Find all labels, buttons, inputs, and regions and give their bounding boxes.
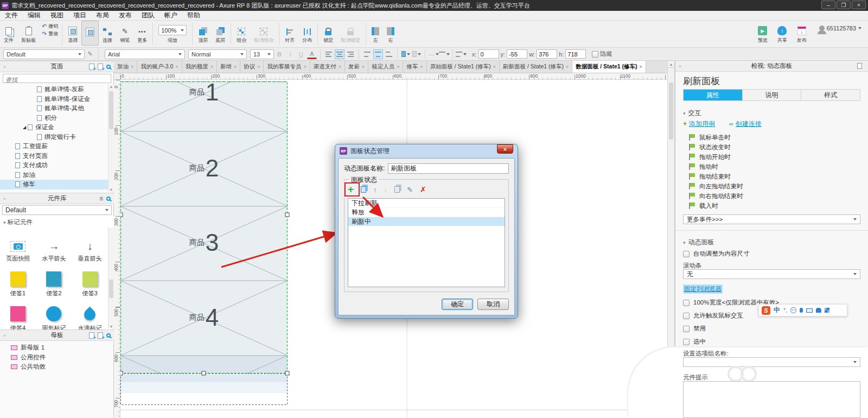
undo-button[interactable]: ↶撤销 <box>42 23 58 30</box>
close-icon[interactable]: × <box>257 64 260 69</box>
ime-punct[interactable]: °, <box>783 307 787 313</box>
lock-button[interactable]: 锁定 <box>320 21 337 46</box>
menu-account[interactable]: 帐户 <box>159 11 182 20</box>
close-icon[interactable]: × <box>131 64 133 69</box>
canvas-tab-active[interactable]: 数据面板 / State1 (修车)× <box>572 61 646 73</box>
widget-note4[interactable]: 便签4 <box>0 299 36 330</box>
font-size-select[interactable]: 13 <box>250 49 274 59</box>
select-mode-button[interactable]: 选择 <box>64 21 81 46</box>
bring-to-front-button[interactable]: 顶层 <box>194 21 212 46</box>
close-icon[interactable]: × <box>303 64 306 69</box>
account-menu[interactable]: 651125783 <box>819 25 861 31</box>
close-icon[interactable]: × <box>339 64 341 69</box>
collapse-icon[interactable]: « <box>3 64 6 69</box>
event-item[interactable]: 向右拖动结束时 <box>688 191 860 201</box>
share-button[interactable]: ↑共享 <box>774 21 791 46</box>
canvas-tab[interactable]: 我的额度× <box>182 61 217 73</box>
valign-middle-button[interactable] <box>373 49 383 59</box>
microphone-icon[interactable] <box>800 308 803 313</box>
master-item[interactable]: 新母版 1 <box>0 343 114 353</box>
canvas-tab[interactable]: 我的账户-3.0× <box>137 61 182 73</box>
disabled-row[interactable]: 禁用 <box>683 325 706 333</box>
preview-button[interactable]: ▶预览 <box>754 21 771 46</box>
fit-to-content-row[interactable]: 自动调整为内容尺寸 <box>683 250 750 258</box>
edit-style-button[interactable]: ✎ <box>85 49 95 59</box>
italic-button[interactable]: I <box>285 49 295 59</box>
page-tree-item[interactable]: 账单详情-发薪 <box>0 85 108 94</box>
hide-checkbox[interactable] <box>592 51 598 58</box>
skin-icon[interactable] <box>816 308 821 313</box>
more-events-dropdown[interactable]: 更多事件>>> <box>683 214 860 224</box>
expand-triangle-icon[interactable]: ◢ <box>23 125 26 130</box>
file-button[interactable]: 文件 <box>0 21 17 46</box>
y-input[interactable] <box>507 49 527 59</box>
tab-style[interactable]: 样式 <box>801 90 860 100</box>
pages-search-input[interactable] <box>3 76 111 84</box>
search-icon[interactable] <box>106 333 111 338</box>
collapse-icon[interactable]: « <box>3 196 6 201</box>
event-item[interactable]: 状态改变时 <box>688 142 860 152</box>
font-color-button[interactable]: A <box>307 49 317 59</box>
event-item[interactable]: 鼠标单击时 <box>688 132 860 142</box>
connect-button[interactable]: 连接 <box>99 21 116 46</box>
add-folder-icon[interactable] <box>98 332 103 339</box>
page-tree-item[interactable]: 支付页面 <box>0 151 108 161</box>
more-tools-button[interactable]: •••更多 <box>133 21 151 46</box>
arrow-style-button[interactable] <box>456 49 466 59</box>
event-item[interactable]: 拖动结束时 <box>688 172 860 181</box>
align-button[interactable]: 对齐 <box>281 21 298 46</box>
widget-note3[interactable]: 便签3 <box>72 264 108 299</box>
scroll-up-icon[interactable]: ▲ <box>668 61 674 68</box>
valign-top-button[interactable] <box>362 49 372 59</box>
allow-mouse-row[interactable]: 允许触发鼠标交互 <box>683 312 743 320</box>
canvas-tab[interactable]: 原始面板 / State1 (修车)× <box>427 61 500 73</box>
ime-mode[interactable]: 中 <box>774 306 780 315</box>
canvas-tab[interactable]: 新增× <box>217 61 240 73</box>
canvas-tab[interactable]: 发薪× <box>345 61 368 73</box>
keyboard-icon[interactable] <box>806 308 813 313</box>
menu-help[interactable]: 帮助 <box>182 11 205 20</box>
widget-page-snapshot[interactable]: 页面快照 <box>0 230 36 264</box>
pin-to-browser-link[interactable]: 固定到浏览器 <box>683 284 723 294</box>
distribute-button[interactable]: 分布 <box>298 21 316 46</box>
canvas-tab[interactable]: 核定人员× <box>368 61 403 73</box>
selected-checkbox[interactable] <box>683 339 690 345</box>
notes-page-icon[interactable] <box>857 63 862 69</box>
fill-color-button[interactable] <box>401 49 411 59</box>
page-tree-item[interactable]: 积分 <box>0 113 108 123</box>
master-item[interactable]: 公共动效 <box>0 362 114 372</box>
align-left-text-button[interactable] <box>324 49 334 59</box>
font-family-select[interactable]: Arial <box>105 49 185 59</box>
redo-button[interactable]: ↷重做 <box>42 30 58 37</box>
cancel-button[interactable]: 取消 <box>477 299 509 310</box>
tooltip-textarea[interactable] <box>683 381 860 418</box>
widget-drop-marker[interactable]: 水滴标记 <box>72 299 108 330</box>
canvas-tab[interactable]: 修车× <box>403 61 426 73</box>
menu-layout[interactable]: 布局 <box>91 11 114 20</box>
event-item[interactable]: 向左拖动结束时 <box>688 181 860 191</box>
style-preset-select[interactable]: Default <box>3 49 85 59</box>
widget-note1[interactable]: 便签1 <box>0 264 36 299</box>
dialog-close-button[interactable]: × <box>497 144 513 154</box>
master-item[interactable]: 公用控件 <box>0 353 114 363</box>
selected-row[interactable]: 选中 <box>683 338 706 346</box>
canvas-tab[interactable]: 加油× <box>114 61 137 73</box>
canvas-tab[interactable]: 刷新面板 / State1 (修车)× <box>500 61 572 73</box>
add-page-icon[interactable] <box>89 64 94 70</box>
unlock-button[interactable]: 取消锁定 <box>337 21 364 46</box>
ok-button[interactable]: 确定 <box>442 299 473 310</box>
dialog-title-bar[interactable]: RP 面板状态管理 <box>335 144 518 157</box>
event-item[interactable]: 载入时 <box>688 201 860 211</box>
widget-kit-select[interactable]: Default <box>2 205 112 215</box>
line-color-button[interactable] <box>412 49 422 59</box>
disabled-checkbox[interactable] <box>683 326 690 332</box>
search-icon[interactable] <box>106 197 111 201</box>
widget-name[interactable]: 刷新面板 <box>683 75 720 87</box>
scrollbar-dropdown[interactable]: 无 <box>683 269 860 279</box>
page-tree-item[interactable]: 支付成功 <box>0 161 108 170</box>
page-tree-item[interactable]: 加油 <box>0 170 108 180</box>
line-style-button[interactable] <box>439 49 449 59</box>
menu-file[interactable]: 文件 <box>0 11 23 20</box>
page-tree-item[interactable]: 工资提薪 <box>0 142 108 151</box>
event-item[interactable]: 拖动时 <box>688 162 860 172</box>
